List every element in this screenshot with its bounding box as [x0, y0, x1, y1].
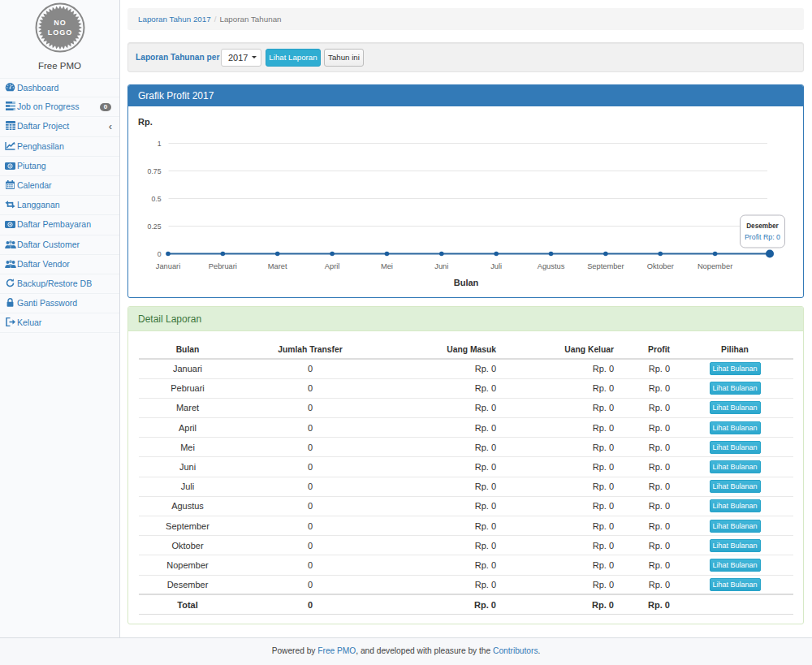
svg-text:Rp.: Rp.	[138, 117, 153, 127]
svg-text:NO: NO	[54, 19, 67, 27]
svg-text:Mei: Mei	[381, 262, 393, 270]
svg-text:Maret: Maret	[268, 262, 287, 270]
svg-text:Agustus: Agustus	[538, 262, 565, 270]
svg-text:Juli: Juli	[490, 262, 502, 270]
svg-text:Profit Rp: 0: Profit Rp: 0	[745, 233, 780, 241]
svg-text:LOGO: LOGO	[48, 28, 73, 37]
svg-text:Bulan: Bulan	[454, 278, 479, 287]
svg-text:Juni: Juni	[434, 262, 448, 270]
svg-text:0.75: 0.75	[148, 167, 162, 175]
svg-text:0: 0	[158, 250, 162, 258]
svg-text:0.25: 0.25	[148, 222, 162, 231]
svg-text:Desember: Desember	[746, 222, 779, 230]
svg-text:April: April	[325, 262, 340, 270]
svg-text:Nopember: Nopember	[698, 262, 732, 270]
svg-text:Januari: Januari	[156, 262, 181, 270]
svg-text:Pebruari: Pebruari	[209, 262, 237, 270]
svg-text:September: September	[587, 262, 624, 270]
svg-text:1: 1	[158, 140, 162, 148]
svg-text:Oktober: Oktober	[647, 262, 674, 270]
svg-text:0.5: 0.5	[151, 195, 161, 203]
